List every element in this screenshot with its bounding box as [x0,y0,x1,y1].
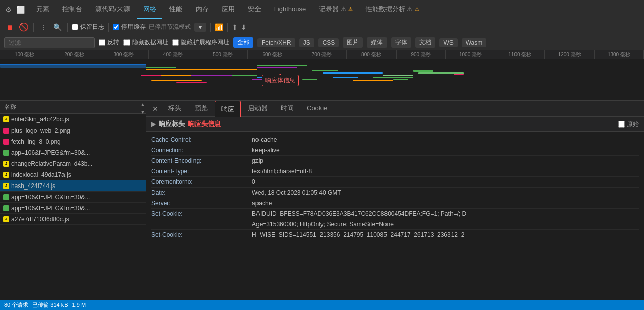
tab-response[interactable]: 响应 [215,101,241,117]
list-item[interactable]: J enterSkin_a4c42bc.js [0,114,146,125]
list-item[interactable]: app=106&f=JPEG&fm=30&... [0,147,146,158]
tab-network[interactable]: 网络 [137,0,162,19]
file-list-panel: 名称 ▲ ▼ J enterSkin_a4c42bc.js plus_logo_… [0,101,146,310]
tab-performance[interactable]: 性能 [163,0,188,19]
filter-js-btn[interactable]: JS [299,38,314,47]
list-item[interactable]: plus_logo_web_2.png [0,125,146,136]
tab-elements[interactable]: 元素 [30,0,55,19]
invert-checkbox[interactable]: 反转 [99,38,119,47]
file-name: a27e7df71036d80c.js [11,216,142,223]
tab-cookie[interactable]: Cookie [301,101,333,117]
timeline-container[interactable]: 100 毫秒 200 毫秒 300 毫秒 400 毫秒 500 毫秒 600 毫… [0,50,644,101]
tab-security[interactable]: 安全 [242,0,267,19]
timeline-ruler: 100 毫秒 200 毫秒 300 毫秒 400 毫秒 500 毫秒 600 毫… [0,50,644,59]
section-title-text: 响应标头 [159,119,185,129]
file-name: plus_logo_web_2.png [11,127,142,134]
hide-data-url-checkbox[interactable]: 隐藏数据网址 [123,38,168,47]
header-key: Set-Cookie: [151,231,252,238]
toolbar-divider-3 [108,23,109,32]
search-icon[interactable]: 🔍 [52,22,63,33]
ruler-mark-900: 900 毫秒 [397,50,446,59]
throttle-dropdown[interactable]: ▼ [194,23,206,32]
file-name: app=106&f=JPEG&fm=30&... [11,149,142,156]
list-item[interactable]: J hash_424f744.js [0,180,146,192]
tab-memory[interactable]: 内存 [189,0,215,19]
name-column-header: 名称 [4,103,142,111]
header-value: H_WISE_SIDS=114551_213356_214795_110085_… [252,231,639,238]
header-value: keep-alive [252,147,639,154]
js-file-icon: J [3,216,9,222]
tab-initiator[interactable]: 启动器 [242,101,274,117]
scroll-up-arrow[interactable]: ▲ [139,101,146,108]
header-key: Server: [151,200,252,207]
list-item[interactable]: fetch_ing_8_0.png [0,136,146,147]
detail-tab-close-btn[interactable]: ✕ [149,104,161,114]
toolbar-divider-4 [210,23,211,32]
js-file-icon: J [3,161,9,167]
ruler-mark-100: 100 毫秒 [0,50,49,59]
preserve-log-checkbox[interactable]: 保留日志 [72,23,104,31]
toolbar-divider-5 [227,23,228,32]
filter-css-btn[interactable]: CSS [318,38,339,47]
filter-wasm-btn[interactable]: Wasm [462,38,487,47]
raw-checkbox-group[interactable]: 原始 [618,120,639,129]
tab-lighthouse[interactable]: Lighthouse [268,0,312,19]
tab-application[interactable]: 应用 [216,0,241,19]
headers-table: Cache-Control: no-cache Connection: keep… [146,132,644,310]
list-item[interactable]: J indexlocal_49da17a.js [0,169,146,180]
img-file-icon [3,205,9,211]
inspect-element-icon[interactable]: ⬜ [15,5,25,15]
header-value: no-cache [252,136,639,143]
header-value: text/html;charset=utf-8 [252,168,639,175]
js-file-icon: J [3,172,9,178]
raw-checkbox[interactable] [618,121,625,128]
list-item[interactable]: app=106&f=JPEG&fm=30&... [0,203,146,214]
filter-fetch-xhr-btn[interactable]: Fetch/XHR [257,38,295,47]
list-item[interactable]: J a27e7df71036d80c.js [0,214,146,225]
filter-font-btn[interactable]: 字体 [391,37,411,48]
download-icon[interactable]: ⬇ [241,23,247,31]
file-name: changeRelativeParam_d43b... [11,160,142,167]
header-value: Wed, 18 Oct 2023 01:05:40 GMT [252,189,639,196]
filter-img-btn[interactable]: 图片 [343,37,363,48]
resource-size: 1.9 M [72,302,86,308]
scroll-indicator[interactable]: ▲ ▼ [140,101,146,113]
header-value: 0 [252,178,639,185]
header-value: gzip [252,157,639,164]
disable-cache-checkbox[interactable]: 停用缓存 [113,23,146,31]
header-key: Connection: [151,147,252,154]
ruler-mark-800: 800 毫秒 [347,50,396,59]
filter-input[interactable] [4,37,95,48]
upload-icon[interactable]: ⬆ [232,23,238,31]
tab-recorder[interactable]: 记录器 ⚠ [313,0,359,19]
hide-ext-url-checkbox[interactable]: 隐藏扩展程序网址 [172,38,229,47]
tab-console[interactable]: 控制台 [56,0,88,19]
filter-ws-btn[interactable]: WS [439,38,457,47]
detail-tabs: ✕ 标头 预览 响应 启动器 时间 Cookie [146,101,644,117]
file-name: enterSkin_a4c42bc.js [11,116,142,123]
ruler-mark-500: 500 毫秒 [198,50,247,59]
toolbar-divider-2 [67,23,68,32]
header-value: Age=315360000; HttpOnly; Secure; SameSit… [252,221,639,228]
devtools-toggle-icon[interactable]: ⚙ [3,5,13,15]
record-stop-btn[interactable]: ⏹ [4,22,15,33]
tab-source[interactable]: 源代码/来源 [89,0,136,19]
tab-preview[interactable]: 预览 [188,101,214,117]
filter-all-btn[interactable]: 全部 [233,37,253,48]
list-item[interactable]: app=106&f=JPEG&fm=30&... [0,192,146,203]
png-file-icon [3,139,9,145]
list-item[interactable]: J changeRelativeParam_d43b... [0,158,146,169]
filter-media-btn[interactable]: 媒体 [367,37,387,48]
filter-icon[interactable]: ⋮ [38,22,49,33]
filter-doc-btn[interactable]: 文档 [415,37,435,48]
tab-perf-insights[interactable]: 性能数据分析 ⚠ [360,0,425,19]
header-key: Content-Type: [151,168,252,175]
clear-btn[interactable]: 🚫 [18,22,29,33]
tab-headers[interactable]: 标头 [162,101,187,117]
file-list-header: 名称 ▲ ▼ [0,101,146,114]
ruler-mark-1000: 1000 毫秒 [446,50,495,59]
section-toggle-icon[interactable]: ▶ [151,120,156,128]
scroll-down-arrow[interactable]: ▼ [139,108,146,116]
tab-timing[interactable]: 时间 [275,101,300,117]
section-title-red-text: 响应头信息 [188,119,221,129]
